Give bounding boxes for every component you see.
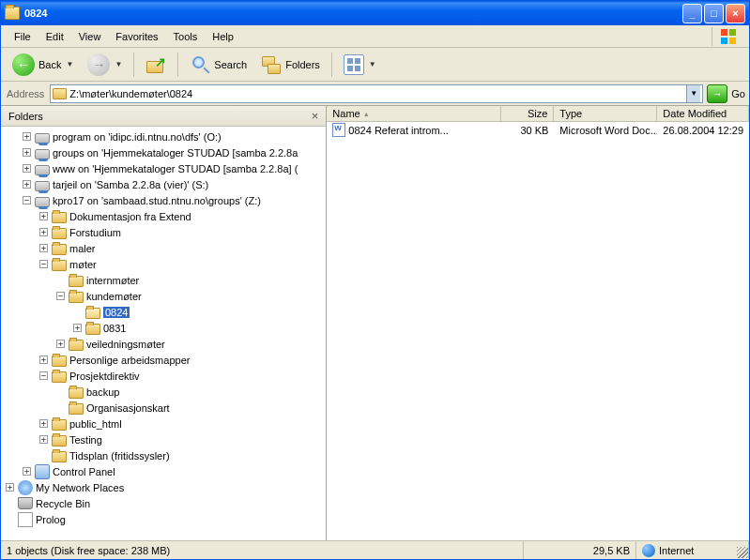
folder-up-button[interactable]: ↗	[140, 51, 172, 79]
folder-icon	[52, 356, 67, 367]
addressbar: Address Z:\møter\kundemøter\0824 ▼ → Go	[1, 82, 749, 106]
menu-file[interactable]: File	[7, 28, 38, 45]
tree-node-drive[interactable]: +tarjeil on 'Samba 2.2.8a (vier)' (S:)	[1, 176, 326, 192]
svg-rect-0	[721, 29, 727, 36]
sort-asc-icon: ▲	[363, 111, 370, 117]
minimize-button[interactable]: _	[682, 4, 702, 23]
tree-node-selected[interactable]: 0824	[1, 304, 326, 320]
word-doc-icon	[332, 123, 345, 137]
tree-node-folder[interactable]: +0831	[1, 320, 326, 336]
tree-node-folder[interactable]: +public_html	[1, 416, 326, 431]
column-type[interactable]: Type	[554, 106, 657, 121]
folder-icon	[69, 292, 84, 303]
menu-edit[interactable]: Edit	[38, 28, 71, 45]
tree-node-folder[interactable]: −kundemøter	[1, 288, 326, 304]
drive-icon	[35, 165, 50, 175]
go-label: Go	[731, 88, 745, 99]
globe-icon	[642, 544, 655, 557]
address-dropdown[interactable]: ▼	[686, 85, 700, 102]
drive-icon	[35, 197, 50, 207]
tree-node-recyclebin[interactable]: Recycle Bin	[1, 495, 326, 511]
tree-node-folder[interactable]: −Prosjektdirektiv	[1, 368, 326, 384]
recycle-bin-icon	[18, 497, 33, 509]
window-title: 0824	[24, 8, 682, 19]
column-name[interactable]: Name▲	[327, 106, 501, 121]
folder-icon	[69, 276, 84, 287]
tree-node-drive[interactable]: +program on 'idipc.idi.ntnu.no\dfs' (O:)	[1, 129, 326, 144]
tree-node-folder[interactable]: Tidsplan (fritidssysler)	[1, 447, 326, 463]
folder-icon	[69, 340, 84, 351]
views-icon	[344, 54, 364, 75]
tree-node-controlpanel[interactable]: +Control Panel	[1, 463, 326, 479]
file-row[interactable]: 0824 Referat introm... 30 KB Microsoft W…	[327, 122, 749, 138]
folders-icon	[261, 54, 282, 75]
tree-node-folder[interactable]: backup	[1, 384, 326, 400]
menu-favorites[interactable]: Favorites	[108, 28, 165, 45]
status-objects: 1 objects (Disk free space: 238 MB)	[1, 541, 524, 559]
search-icon	[190, 54, 210, 75]
menu-tools[interactable]: Tools	[166, 28, 206, 45]
tree-node-folder[interactable]: +veiledningsmøter	[1, 336, 326, 352]
resize-grip-icon[interactable]	[737, 547, 748, 558]
tree-node-folder[interactable]: +Forstudium	[1, 224, 326, 240]
tree-node-folder[interactable]: +Testing	[1, 431, 326, 447]
statusbar: 1 objects (Disk free space: 238 MB) 29,5…	[1, 540, 749, 559]
folder-up-icon: ↗	[145, 54, 166, 75]
drive-icon	[35, 181, 50, 191]
close-button[interactable]: ×	[726, 4, 745, 23]
folder-tree[interactable]: +program on 'idipc.idi.ntnu.no\dfs' (O:)…	[1, 127, 326, 540]
forward-icon: →	[87, 53, 110, 76]
tree-node-folder[interactable]: −møter	[1, 256, 326, 272]
svg-rect-1	[729, 29, 736, 36]
file-list[interactable]: 0824 Referat introm... 30 KB Microsoft W…	[327, 122, 749, 540]
column-headers: Name▲ Size Type Date Modified	[327, 106, 749, 122]
status-size: 29,5 KB	[524, 541, 636, 559]
tree-node-drive[interactable]: +groups on 'Hjemmekataloger STUDAD [samb…	[1, 144, 326, 160]
prolog-icon	[18, 512, 33, 527]
back-icon: ←	[12, 53, 35, 76]
tree-node-folder[interactable]: internmøter	[1, 272, 326, 288]
tree-node-folder[interactable]: Prolog	[1, 511, 326, 527]
address-text: Z:\møter\kundemøter\0824	[69, 88, 686, 99]
column-size[interactable]: Size	[501, 106, 554, 121]
folders-button[interactable]: Folders	[255, 51, 326, 79]
go-button[interactable]: →	[707, 84, 727, 103]
tree-node-folder[interactable]: +maler	[1, 240, 326, 256]
file-type: Microsoft Word Doc...	[554, 124, 657, 137]
folders-pane-title: Folders	[8, 111, 312, 122]
back-button[interactable]: ← Back ▼	[7, 50, 79, 80]
column-date[interactable]: Date Modified	[657, 106, 749, 121]
tree-node-drive[interactable]: −kpro17 on 'sambaad.stud.ntnu.no\groups'…	[1, 192, 326, 208]
back-label: Back	[38, 59, 61, 70]
chevron-down-icon: ▼	[369, 60, 376, 68]
folder-open-icon	[85, 308, 100, 319]
svg-rect-3	[729, 38, 736, 44]
tree-node-folder[interactable]: +Dokumentasjon fra Extend	[1, 208, 326, 224]
folder-icon	[69, 403, 84, 415]
folder-icon	[52, 419, 67, 431]
folder-icon	[52, 228, 67, 239]
titlebar: 0824 _ □ ×	[1, 1, 749, 25]
folders-label: Folders	[285, 59, 320, 70]
tree-node-drive[interactable]: +www on 'Hjemmekataloger STUDAD [samba 2…	[1, 160, 326, 176]
folder-icon	[52, 260, 67, 271]
close-pane-icon[interactable]: ×	[312, 109, 319, 123]
folder-icon	[52, 451, 67, 462]
folder-icon	[53, 88, 67, 99]
toolbar: ← Back ▼ → ▼ ↗ Search Folders ▼	[1, 48, 749, 82]
menu-view[interactable]: View	[71, 28, 109, 45]
maximize-button[interactable]: □	[704, 4, 724, 23]
folder-icon	[52, 244, 67, 255]
windows-flag-icon	[712, 27, 743, 46]
address-input[interactable]: Z:\møter\kundemøter\0824 ▼	[50, 84, 703, 103]
chevron-down-icon: ▼	[66, 60, 73, 68]
folders-pane-header: Folders ×	[1, 106, 326, 127]
forward-button[interactable]: → ▼	[82, 50, 128, 80]
tree-node-folder[interactable]: Organisasjonskart	[1, 400, 326, 416]
address-label: Address	[5, 88, 46, 99]
search-button[interactable]: Search	[184, 51, 253, 79]
tree-node-folder[interactable]: +Personlige arbeidsmapper	[1, 352, 326, 368]
menu-help[interactable]: Help	[205, 28, 241, 45]
views-button[interactable]: ▼	[338, 51, 382, 79]
tree-node-network[interactable]: +My Network Places	[1, 479, 326, 495]
